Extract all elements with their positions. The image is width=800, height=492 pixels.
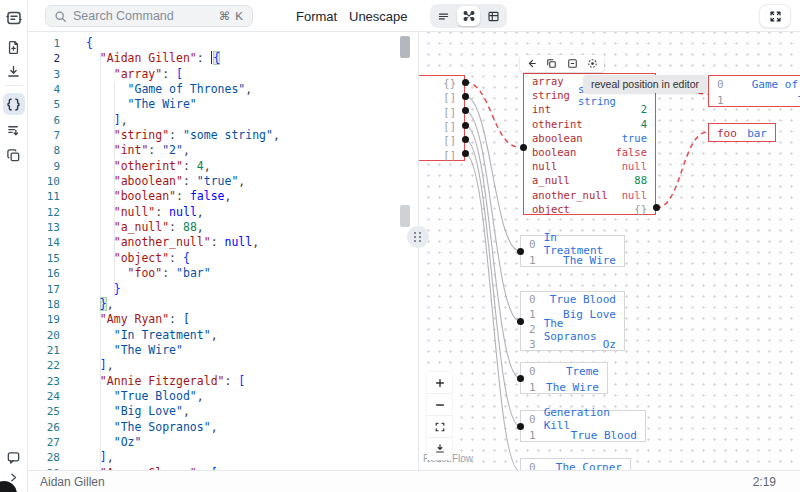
focus-node-icon[interactable] bbox=[587, 58, 598, 69]
edge bbox=[465, 111, 520, 321]
code-line[interactable]: 15 "object": { bbox=[28, 251, 280, 266]
code-line[interactable]: 7 "string": "some string", bbox=[28, 128, 280, 143]
zoom-in-button[interactable] bbox=[427, 372, 452, 394]
node-handle[interactable] bbox=[517, 318, 524, 325]
search-command-input[interactable]: Search Command ⌘ K bbox=[45, 5, 253, 27]
collapse-node-icon[interactable] bbox=[567, 58, 578, 69]
app-logo-icon[interactable] bbox=[3, 7, 25, 29]
code-line[interactable]: 18 }, bbox=[28, 297, 280, 312]
code-line[interactable]: 27 "Oz" bbox=[28, 435, 280, 450]
editor-scrollbar-thumb[interactable] bbox=[400, 36, 410, 58]
code-line[interactable]: 4 "Game of Thrones", bbox=[28, 82, 280, 97]
array-items-node[interactable]: 0Game of Thrones1The Wire bbox=[708, 75, 800, 107]
text-view-button[interactable] bbox=[432, 6, 455, 26]
code-text: "aboolean": "true", bbox=[86, 174, 245, 189]
zoom-out-button[interactable] bbox=[427, 394, 452, 416]
foo-bar-node[interactable]: foobar bbox=[708, 123, 776, 142]
row-value: The Wire bbox=[555, 254, 616, 267]
code-line[interactable]: 6 ], bbox=[28, 113, 280, 128]
panel-drag-handle[interactable] bbox=[407, 226, 429, 248]
graph-view-button[interactable] bbox=[457, 6, 480, 26]
row-value: null bbox=[614, 189, 647, 201]
code-line[interactable]: 24 "True Blood", bbox=[28, 389, 280, 404]
code-line[interactable]: 12 "null": null, bbox=[28, 205, 280, 220]
fit-view-button[interactable] bbox=[427, 416, 452, 438]
code-text: "a_null": 88, bbox=[86, 220, 204, 235]
anwan-glover-node[interactable]: 0Treme1The Wire bbox=[520, 362, 608, 394]
alexander-skarsgard-node[interactable]: 0Generation Kill1True Blood bbox=[520, 410, 646, 442]
row-index: 0 bbox=[717, 78, 724, 91]
code-line[interactable]: 19 "Amy Ryan": [ bbox=[28, 312, 280, 327]
code-line[interactable]: 14 "another_null": null, bbox=[28, 235, 280, 250]
node-handle[interactable] bbox=[517, 248, 524, 255]
code-line[interactable]: 20 "In Treatment", bbox=[28, 328, 280, 343]
sort-icon[interactable] bbox=[3, 119, 25, 141]
row-value: Treme bbox=[558, 365, 599, 378]
code-text: } bbox=[86, 282, 121, 297]
unescape-button[interactable]: Unescape bbox=[349, 0, 408, 32]
node-handle[interactable] bbox=[462, 150, 469, 157]
text-view-icon bbox=[437, 10, 450, 23]
node-handle[interactable] bbox=[653, 204, 660, 211]
table-view-button[interactable] bbox=[482, 6, 505, 26]
topbar: Search Command ⌘ K Format Unescape bbox=[28, 0, 800, 32]
code-line[interactable]: 2 "Aidan Gillen": { bbox=[28, 51, 280, 66]
code-line[interactable]: 23 "Annie Fitzgerald": [ bbox=[28, 374, 280, 389]
amy-ryan-node[interactable]: 0In Treatment1The Wire bbox=[520, 235, 625, 267]
code-line[interactable]: 21 "The Wire" bbox=[28, 343, 280, 358]
duplicate-icon[interactable] bbox=[546, 58, 557, 69]
back-icon[interactable] bbox=[526, 58, 537, 69]
lock-interactivity-button[interactable] bbox=[427, 438, 452, 460]
code-line[interactable]: 26 "The Sopranos", bbox=[28, 420, 280, 435]
json-editor-icon[interactable] bbox=[3, 93, 25, 115]
annie-fitzgerald-node[interactable]: 0True Blood1Big Love2The Sopranos3Oz bbox=[520, 291, 625, 351]
graph-panel[interactable]: React Flow {}[][][]rd[][]arraystringsome… bbox=[419, 32, 800, 470]
feedback-icon[interactable] bbox=[3, 446, 25, 468]
node-handle[interactable] bbox=[517, 375, 524, 382]
node-row: 0The Corner bbox=[521, 459, 630, 470]
code-line[interactable]: 10 "aboolean": "true", bbox=[28, 174, 280, 189]
node-handle[interactable] bbox=[462, 122, 469, 129]
code-line[interactable]: 17 } bbox=[28, 282, 280, 297]
code-line[interactable]: 8 "int": "2", bbox=[28, 143, 280, 158]
code-line[interactable]: 1{ bbox=[28, 36, 280, 51]
alice-farmer-node[interactable]: 0The Corner bbox=[520, 458, 631, 470]
node-handle[interactable] bbox=[462, 93, 469, 100]
node-handle[interactable] bbox=[517, 423, 524, 430]
node-handle[interactable] bbox=[520, 144, 527, 151]
node-row: 1The Wire bbox=[521, 379, 607, 395]
line-number: 22 bbox=[28, 358, 60, 373]
code-text: "foo": "bar" bbox=[86, 266, 211, 281]
node-handle[interactable] bbox=[462, 136, 469, 143]
code-text: "Oz" bbox=[86, 435, 141, 450]
row-key: aboolean bbox=[532, 132, 583, 144]
row-key: a_null bbox=[532, 174, 570, 186]
line-number: 9 bbox=[28, 159, 60, 174]
code-text: "otherint": 4, bbox=[86, 159, 211, 174]
node-handle[interactable] bbox=[462, 107, 469, 114]
code-text: "object": { bbox=[86, 251, 190, 266]
code-line[interactable]: 11 "boolean": false, bbox=[28, 189, 280, 204]
code-text: "The Sopranos", bbox=[86, 420, 218, 435]
line-number: 7 bbox=[28, 128, 60, 143]
node-handle[interactable] bbox=[462, 79, 469, 86]
fullscreen-button[interactable] bbox=[759, 4, 791, 28]
code-line[interactable]: 13 "a_null": 88, bbox=[28, 220, 280, 235]
code-line[interactable]: 3 "array": [ bbox=[28, 67, 280, 82]
code-line[interactable]: 16 "foo": "bar" bbox=[28, 266, 280, 281]
format-button[interactable]: Format bbox=[296, 0, 337, 32]
aidan-gillen-node[interactable]: arraystringsome stringint2otherint4abool… bbox=[523, 73, 656, 215]
code-text: "The Wire" bbox=[86, 97, 197, 112]
code-line[interactable]: 5 "The Wire" bbox=[28, 97, 280, 112]
code-line[interactable]: 25 "Big Love", bbox=[28, 404, 280, 419]
new-file-icon[interactable] bbox=[3, 36, 25, 58]
code-line[interactable]: 28 ], bbox=[28, 450, 280, 465]
row-value: true bbox=[614, 132, 647, 144]
node-row: 0In Treatment bbox=[521, 236, 624, 252]
clone-icon[interactable] bbox=[3, 144, 25, 166]
root-node[interactable]: {}[][][]rd[][] bbox=[419, 75, 465, 161]
json-editor[interactable]: 1{2 "Aidan Gillen": {3 "array": [4 "Game… bbox=[28, 32, 418, 470]
code-line[interactable]: 9 "otherint": 4, bbox=[28, 159, 280, 174]
download-icon[interactable] bbox=[3, 60, 25, 82]
code-line[interactable]: 22 ], bbox=[28, 358, 280, 373]
